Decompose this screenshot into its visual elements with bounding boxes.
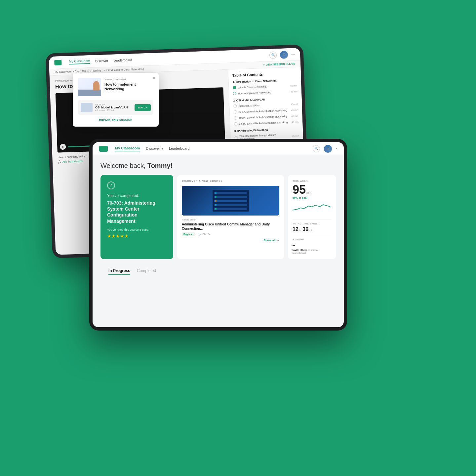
toc-dot-completed [233,86,236,89]
course-thumb-inner [182,186,279,216]
toc-item-duration: 45 min [291,103,298,105]
completed-course-title: 70-703: Administering System Center Conf… [107,200,167,224]
front-tablet: My Classroom Discover ▾ Leaderboard 🔍 T … [89,139,347,331]
modal-watch-button[interactable]: WATCH [135,104,151,111]
completion-card: ✓ You've completed: 70-703: Administerin… [100,175,173,259]
ft-logo-icon [99,146,108,152]
ranked-label: RANKED [293,238,331,241]
toc-dot-pending [233,104,237,108]
stats-card: THIS WEEK 95 min 50% of goal TOTAL TI [288,175,336,259]
toc-item[interactable]: 02.3X, Extensible Authentication Network… [234,119,298,126]
toc-dot-pending [234,110,237,114]
front-tablet-nav: My Classroom Discover ▾ Leaderboard 🔍 T … [93,142,344,155]
view-slides-link[interactable]: ↗ VIEW SESSION SLIDES [262,62,296,66]
modal-next-title: OSI Model & Lan/VLAN [95,106,132,109]
chat-icon: 💬 [58,160,61,163]
toc-item[interactable]: Cisco IOS & WANs 45 min [233,101,298,108]
bt-menu-dots[interactable]: ••• [291,52,295,56]
goal-label: of goal [298,196,307,199]
course-meta: Beginner 🕐 16h 15m [182,232,279,236]
modal-replay-link[interactable]: REPLAY THIS SESSION [78,118,153,121]
cards-row: ✓ You've completed: 70-703: Administerin… [100,175,336,259]
bt-avatar[interactable]: T [280,51,288,59]
stats-divider-2 [293,235,331,235]
toc-item-duration: 45 min [292,135,299,137]
bt-nav-leaderboard[interactable]: Leaderboard [113,58,132,62]
minutes-unit: min [306,191,311,194]
toc-section-2: 2. OSI Model & Lan/VLAN Cisco IOS & WANs… [233,97,299,126]
bt-search-icon[interactable]: 🔍 [269,51,277,59]
thumb-shelf [78,90,101,96]
modal-top-section: You've Completed: How to Implement Netwo… [78,78,153,96]
svg-point-7 [215,196,217,198]
view-slides-label: VIEW SESSION SLIDES [266,62,296,66]
discover-dropdown-icon: ▾ [162,147,163,150]
toc-dot-pending [234,122,237,126]
svg-rect-2 [214,196,247,198]
this-week-label: THIS WEEK [293,179,331,182]
check-circle-icon: ✓ [107,181,115,189]
toc-item[interactable]: 10.2X, Extensible Authentication Network… [234,113,298,120]
ft-avatar[interactable]: T [324,145,332,153]
bt-nav-classroom[interactable]: My Classroom [69,59,90,64]
toc-item-duration: 45 min [292,121,298,123]
bt-logo-icon [54,60,62,65]
svg-point-10 [215,208,217,210]
content-tabs: In Progress Completed [100,264,336,278]
show-all-link[interactable]: Show all → [182,239,279,242]
course-name[interactable]: Administering Cisco Unified Commu Manage… [182,222,279,231]
toc-item-duration: 45 min [291,115,298,117]
toc-item[interactable]: How to Implement Networking 45 min [233,89,298,96]
ft-nav-right: 🔍 T • [313,145,337,153]
toc-item-label: Cisco IOS & WANs [238,103,289,107]
ft-search-icon[interactable]: 🔍 [313,145,320,152]
bt-nav-discover[interactable]: Discover [95,59,108,63]
svg-rect-3 [214,200,247,202]
total-minutes: 36 [302,226,308,232]
thumb-person [93,81,99,90]
stats-divider [293,219,331,219]
front-tablet-screen: My Classroom Discover ▾ Leaderboard 🔍 T … [93,142,344,327]
svg-point-8 [215,200,217,202]
discover-label-text: DISCOVER A NEW COURSE [182,179,279,182]
tab-completed[interactable]: Completed [137,268,156,275]
toc-item-label: 02.3X, Extensible Authentication Network… [239,121,290,125]
ft-menu-dots[interactable]: • [336,147,337,150]
activity-sparkline [293,202,331,212]
toc-item-label: 10.2X, Extensible Authentication Network… [239,115,290,119]
modal-close-button[interactable]: × [153,75,155,81]
course-instructor: Ralph Smith [182,218,279,221]
toc-item[interactable]: 33.1X, Extensible Authentication Network… [234,107,298,114]
ask-instructor-label: Ask the instructor [62,160,83,163]
rated-text: You've rated this course 5 stars. [107,228,167,231]
modal-course-thumbnail [78,78,101,96]
toc-item-duration: 45 min [291,109,298,111]
modal-next-section: NEXT UP OSI Model & Lan/VLAN 4 lessons |… [78,100,153,115]
modal-course-info: You've Completed: How to Implement Netwo… [104,78,153,96]
toc-item-label: How to Implement Networking [238,90,289,95]
total-hours-unit: h [299,229,300,232]
modal-next-meta: 4 lessons | 192 min [95,109,132,111]
ft-nav-discover[interactable]: Discover ▾ [146,146,163,151]
course-duration: 🕐 16h 15m [198,233,211,236]
completion-modal: × You've Completed: How to Implement Net… [73,73,159,127]
total-minutes-unit: min [309,229,313,232]
invite-text: Invite others to start a leaderboard. [293,249,331,255]
svg-point-6 [215,192,217,194]
toc-item[interactable]: What is Cisco Networking? 60 min [233,83,297,90]
pause-button[interactable]: ⏸ [60,144,66,150]
user-name: Tommy! [147,162,173,169]
svg-rect-1 [214,192,247,194]
modal-completed-title: How to Implement Networking [104,82,153,92]
toc-dot-current [233,92,236,95]
discover-card: DISCOVER A NEW COURSE [177,175,284,259]
ft-nav-leaderboard[interactable]: Leaderboard [169,146,189,151]
toc-item-duration: 60 min [290,84,297,87]
tab-in-progress[interactable]: In Progress [108,268,130,275]
svg-rect-5 [214,208,247,210]
ft-nav-classroom[interactable]: My Classroom [115,146,140,151]
course-thumbnail[interactable] [182,186,279,216]
total-hours: 12 [293,226,298,232]
modal-completed-label: You've Completed: [104,78,153,81]
toc-item-label: What is Cisco Networking? [238,84,289,89]
